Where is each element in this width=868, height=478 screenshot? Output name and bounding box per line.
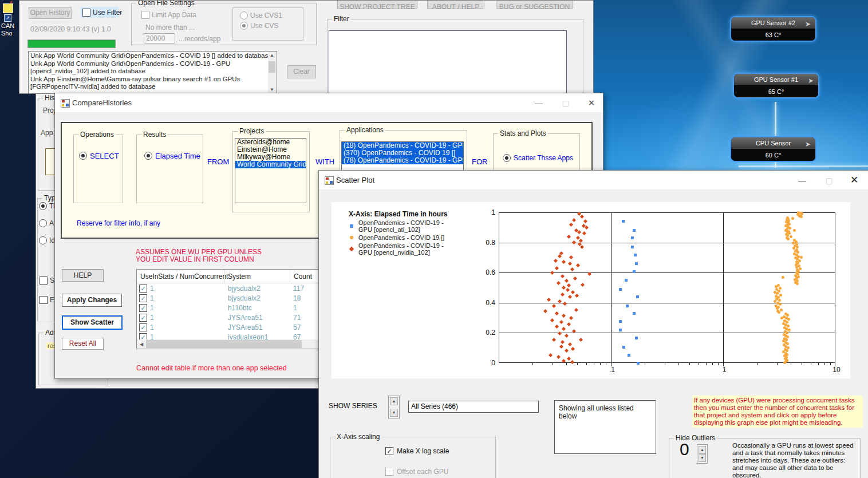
table-row[interactable]: ✓1JYSArea5157 (137, 322, 326, 332)
row-checkbox[interactable]: ✓ (139, 304, 147, 312)
x-minor-tick (606, 363, 606, 365)
use-filter-checkbox[interactable]: ✓ (82, 9, 90, 17)
x-minor-tick (553, 363, 553, 365)
application-list-item[interactable]: (78) OpenPandemics - COVID-19 - GPU [op (342, 157, 463, 164)
data-point (637, 362, 640, 365)
table-row[interactable]: ✓1bjysdualx218 (137, 293, 326, 303)
project-list-item[interactable]: World Community Grid (235, 161, 306, 168)
records-input[interactable]: 20000 (144, 33, 175, 44)
radio-thr[interactable] (39, 202, 47, 210)
bug-suggestion-button[interactable]: BUG or SUGGESTION (496, 0, 573, 9)
data-point (569, 316, 573, 320)
y-gridline (499, 303, 835, 303)
sensor-arrow-icon[interactable]: ➤ (808, 75, 814, 86)
use-cvs-radio[interactable] (240, 22, 248, 30)
scroll-left-icon[interactable]: ◀ (138, 342, 145, 347)
data-point (562, 327, 566, 331)
concurrency-table[interactable]: UseInStats / NumConcurrent System Count … (136, 269, 326, 349)
gpu-sensor-1-widget[interactable]: GPU Sensor #1➤ 65 C° (733, 73, 819, 98)
x-minor-tick (689, 363, 690, 365)
help-button[interactable]: HELP (62, 269, 104, 282)
select-radio[interactable] (79, 152, 87, 160)
open-history-button[interactable]: Open History (29, 7, 72, 19)
table-h-scrollbar[interactable]: ◀ ▶ (137, 339, 326, 349)
compare-histories-titlebar[interactable]: CompareHistories — ▢ ✕ (55, 93, 603, 113)
data-point (571, 290, 575, 294)
minimize-button[interactable]: — (792, 174, 812, 187)
log-scrollbar[interactable]: ▲ ▼ (268, 52, 276, 93)
row-checkbox[interactable]: ✓ (139, 285, 147, 293)
table-row[interactable]: ✓1jysdualxeon167 (137, 332, 326, 339)
col-header-system[interactable]: System (228, 272, 251, 281)
reset-all-button[interactable]: Reset All (62, 338, 104, 350)
data-point (575, 294, 579, 298)
log-listbox[interactable]: Unk App World Community Grid\OpenPandemi… (28, 51, 277, 94)
series-spinner[interactable]: ▲ ▼ (388, 396, 400, 418)
spin-down-icon[interactable]: ▼ (699, 454, 706, 462)
showing-listbox[interactable]: Showing all unless listed below (554, 400, 656, 454)
close-button[interactable]: ✕ (582, 97, 601, 109)
results-group-label: Results (141, 131, 168, 139)
table-row[interactable]: ✓1bjysdualx2117 (137, 283, 326, 293)
spin-up-icon[interactable]: ▲ (699, 446, 706, 454)
offset-gpu-checkbox[interactable]: ✓ (385, 468, 393, 476)
radio-avg[interactable] (39, 219, 47, 227)
legend-label: OpenPandemics - COVID-19 - GPU [opencl_n… (358, 242, 448, 256)
maximize-button[interactable]: ▢ (556, 97, 575, 109)
gpu-sensor-2-widget[interactable]: GPU Sensor #2➤ 63 C° (730, 16, 816, 42)
data-point (625, 279, 628, 282)
col-header-useinstats[interactable]: UseInStats / NumConcurrent (140, 272, 228, 281)
row-checkbox[interactable]: ✓ (139, 294, 147, 302)
scatter-titlebar[interactable]: Scatter Plot — ▢ ✕ (319, 171, 868, 190)
series-input[interactable]: All Series (466) (408, 401, 539, 413)
data-point (580, 215, 584, 219)
clear-button[interactable]: Clear (287, 65, 316, 78)
row-checkbox[interactable]: ✓ (139, 314, 147, 322)
log-scale-checkbox[interactable]: ✓ (385, 447, 393, 455)
filter-listbox[interactable] (329, 30, 567, 94)
row-checkbox[interactable]: ✓ (139, 333, 147, 339)
outliers-spinner[interactable]: ▲ ▼ (697, 444, 708, 464)
col-header-count[interactable]: Count (294, 272, 312, 281)
scroll-up-icon[interactable]: ▲ (268, 53, 276, 58)
sensor-arrow-icon[interactable]: ➤ (805, 18, 811, 30)
radio-idle[interactable] (39, 236, 47, 244)
data-point (555, 266, 559, 270)
show-scatter-button[interactable]: Show Scatter (62, 315, 123, 330)
limit-app-data-checkbox[interactable]: ✓ (141, 11, 149, 19)
data-point (577, 230, 581, 234)
use-cvs1-radio[interactable] (240, 11, 248, 19)
data-point (547, 298, 551, 302)
table-row[interactable]: ✓1h110btc1 (137, 303, 326, 313)
maximize-button[interactable]: ▢ (819, 174, 839, 187)
show-project-tree-button[interactable]: SHOW PROJECT TREE (337, 0, 417, 9)
data-point (800, 215, 803, 218)
check-exc[interactable]: ✓ (40, 296, 48, 304)
table-row[interactable]: ✓1JYSArea5171 (137, 313, 326, 322)
data-point (569, 255, 573, 259)
about-help-button[interactable]: ABOUT / HELP (427, 0, 484, 9)
sensor-value: 65 C° (734, 86, 818, 97)
desktop: ✗ ↗ CAN Sho History Projec App N Lo Cr T… (0, 0, 868, 478)
scatter-apps-radio[interactable] (503, 154, 511, 162)
data-point (791, 217, 794, 220)
spin-up-icon[interactable]: ▲ (390, 397, 398, 405)
spin-down-icon[interactable]: ▼ (390, 409, 398, 417)
main-app-window: Open History ✓ Use Filter 02/09/2020 9:1… (19, 0, 594, 94)
data-point (550, 318, 554, 322)
projects-listbox[interactable]: Asteroids@homeEinstein@HomeMilkyway@Home… (235, 138, 306, 203)
plot-border (499, 212, 499, 363)
apply-changes-button[interactable]: Apply Changes (62, 294, 122, 307)
minimize-button[interactable]: — (529, 97, 549, 109)
elapsed-time-radio[interactable] (144, 152, 152, 160)
check-sho[interactable]: ✓ (40, 276, 48, 285)
sensor-arrow-icon[interactable]: ➤ (805, 139, 811, 150)
x-minor-tick (718, 363, 719, 365)
scroll-down-icon[interactable]: ▼ (268, 87, 276, 92)
cpu-sensor-widget[interactable]: CPU Sensor➤ 60 C° (730, 136, 816, 162)
row-checkbox[interactable]: ✓ (139, 323, 147, 331)
close-button[interactable]: ✕ (845, 174, 864, 187)
x-minor-tick (757, 363, 757, 365)
outliers-value: 0 (680, 440, 689, 459)
plot-area[interactable] (499, 212, 835, 363)
